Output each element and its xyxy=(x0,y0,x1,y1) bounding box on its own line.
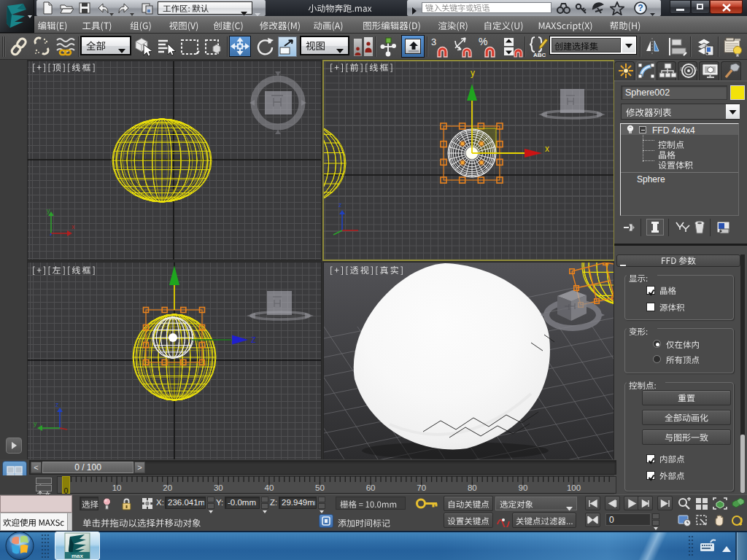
svg-text:%: % xyxy=(479,36,487,47)
svg-text:y: y xyxy=(34,420,37,427)
svg-text:ABC: ABC xyxy=(533,52,546,58)
svg-text:x: x xyxy=(71,223,75,230)
svg-text:y: y xyxy=(471,68,475,78)
svg-text:z: z xyxy=(338,201,342,209)
svg-text:x: x xyxy=(545,144,549,154)
svg-text:3: 3 xyxy=(431,36,436,47)
svg-text:?: ? xyxy=(638,3,643,13)
svg-text:y: y xyxy=(47,207,50,214)
svg-text:z: z xyxy=(55,401,59,408)
svg-text:max: max xyxy=(71,553,84,559)
svg-text:Z: Z xyxy=(251,335,256,344)
